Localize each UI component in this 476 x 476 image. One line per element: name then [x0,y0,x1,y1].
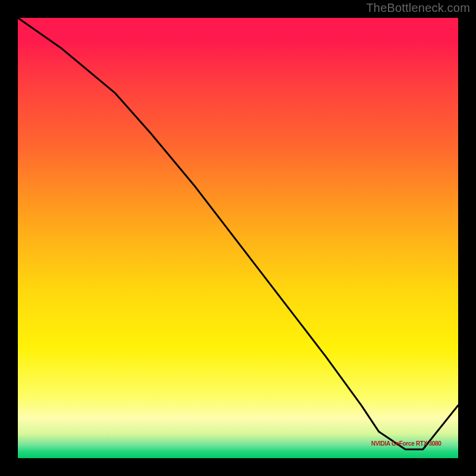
gpu-label: NVIDIA GeForce RTX 3080 [371,440,441,447]
watermark-text: TheBottleneck.com [366,1,470,15]
chart-svg [18,18,458,458]
chart-container: TheBottleneck.com NVIDIA GeForce RTX 308… [0,0,476,476]
plot-area: NVIDIA GeForce RTX 3080 [18,18,458,458]
bottleneck-curve-line [18,18,458,449]
